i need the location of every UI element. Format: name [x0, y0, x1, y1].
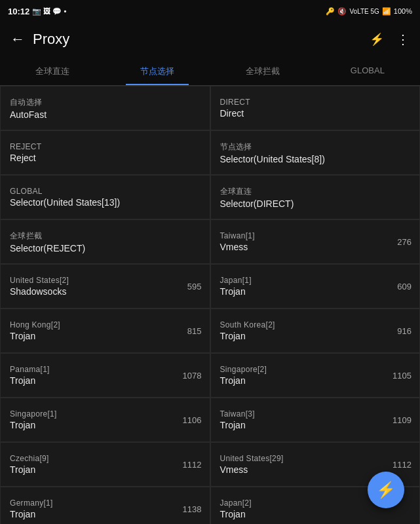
proxy-cell-type: Trojan [10, 375, 200, 386]
proxy-cell[interactable]: Taiwan[3]Trojan1109 [210, 398, 421, 442]
tab-global[interactable]: GLOBAL [315, 58, 420, 85]
more-menu-button[interactable]: ⋮ [391, 26, 415, 52]
proxy-cell[interactable]: Singapore[1]Trojan1106 [0, 398, 210, 442]
signal-text: VoLTE 5G [349, 8, 379, 15]
proxy-cell-type: Shadowsocks [10, 286, 200, 297]
proxy-cell-name: Germany[1] [10, 498, 200, 508]
proxy-cell-latency: 1105 [392, 371, 411, 381]
tab-global-block[interactable]: 全球拦截 [210, 58, 315, 85]
status-icons: 📷 🖼 💬 • [32, 7, 66, 16]
proxy-cell-latency: 609 [397, 282, 411, 291]
proxy-cell-latency: 595 [187, 282, 202, 291]
proxy-cell-type: Trojan [220, 331, 411, 341]
proxy-cell-type: Trojan [10, 420, 200, 430]
proxy-cell-name: Hong Kong[2] [10, 320, 200, 329]
battery-text: 100% [394, 7, 412, 15]
proxy-cell-latency: 276 [397, 237, 411, 247]
proxy-cell-latency: 1138 [183, 504, 202, 514]
proxy-cell-latency: 1106 [183, 415, 202, 425]
proxy-cell-type: Selector(United States[13]) [10, 197, 200, 208]
back-button[interactable]: ← [5, 26, 30, 53]
tab-bar: 全球直连 节点选择 全球拦截 GLOBAL [0, 58, 420, 86]
proxy-cell[interactable]: Germany[1]Trojan1138 [0, 487, 210, 524]
proxy-cell-name: GLOBAL [10, 187, 200, 196]
proxy-cell-name: 全球直连 [220, 186, 411, 197]
proxy-cell-name: Panama[1] [10, 365, 200, 374]
volume-icon: 🔇 [337, 7, 347, 16]
proxy-cell-name: Czechia[9] [10, 454, 200, 463]
proxy-cell-type: Vmess [220, 242, 411, 252]
proxy-cell-name: Singapore[2] [220, 365, 411, 374]
proxy-grid: 自动选择AutoFastDIRECTDirectREJECTReject节点选择… [0, 86, 420, 524]
proxy-cell-name: United States[2] [10, 276, 200, 285]
fab-button[interactable]: ⚡ [368, 472, 404, 508]
proxy-cell-type: Selector(United States[8]) [220, 154, 411, 164]
proxy-cell[interactable]: GLOBALSelector(United States[13]) [0, 175, 210, 219]
signal-bars-icon: 📶 [382, 7, 391, 16]
proxy-cell-name: 节点选择 [220, 141, 411, 153]
status-bar: 10:12 📷 🖼 💬 • 🔑 🔇 VoLTE 5G 📶 100% [0, 0, 420, 21]
proxy-cell-latency: 815 [187, 326, 202, 336]
proxy-cell[interactable]: Japan[1]Trojan609 [210, 264, 421, 309]
proxy-cell-type: Trojan [220, 375, 411, 386]
proxy-cell-type: Direct [220, 108, 411, 119]
proxy-cell-name: United States[29] [220, 454, 411, 463]
proxy-cell-latency: 1078 [183, 371, 202, 381]
lightning-button[interactable]: ⚡ [365, 28, 389, 51]
proxy-cell-type: Trojan [220, 509, 411, 519]
proxy-cell-name: 全球拦截 [10, 231, 200, 242]
proxy-cell-name: 自动选择 [10, 97, 200, 108]
proxy-cell[interactable]: 全球拦截Selector(REJECT) [0, 219, 210, 264]
proxy-cell[interactable]: United States[2]Shadowsocks595 [0, 264, 210, 309]
app-bar: ← Proxy ⚡ ⋮ [0, 21, 420, 58]
tab-node-select[interactable]: 节点选择 [105, 58, 210, 85]
tab-global-direct[interactable]: 全球直连 [0, 58, 105, 85]
proxy-cell-name: Singapore[1] [10, 409, 200, 419]
proxy-cell-type: Reject [10, 153, 200, 163]
proxy-cell[interactable]: South Korea[2]Trojan916 [210, 309, 421, 353]
proxy-cell-latency: 1109 [392, 415, 411, 425]
proxy-cell-name: South Korea[2] [220, 320, 411, 329]
proxy-cell-name: Taiwan[1] [220, 231, 411, 240]
status-time: 10:12 [8, 7, 29, 16]
proxy-cell[interactable]: Panama[1]Trojan1078 [0, 353, 210, 398]
proxy-cell[interactable]: Czechia[9]Trojan1112 [0, 442, 210, 487]
proxy-cell[interactable]: DIRECTDirect [210, 86, 421, 130]
proxy-cell-latency: 1112 [392, 460, 411, 470]
proxy-cell-latency: 916 [397, 326, 411, 336]
proxy-cell-type: Trojan [10, 464, 200, 475]
proxy-cell-latency: 1112 [183, 460, 202, 470]
proxy-cell-type: Trojan [10, 509, 200, 519]
proxy-cell-name: Japan[1] [220, 276, 411, 285]
key-icon: 🔑 [326, 7, 335, 16]
proxy-cell-type: Selector(REJECT) [10, 243, 200, 253]
proxy-cell-name: DIRECT [220, 98, 411, 107]
proxy-cell-type: Trojan [10, 331, 200, 341]
proxy-cell[interactable]: 自动选择AutoFast [0, 86, 210, 130]
proxy-cell[interactable]: Hong Kong[2]Trojan815 [0, 309, 210, 353]
proxy-cell-type: Selector(DIRECT) [220, 198, 411, 209]
app-bar-actions: ⚡ ⋮ [365, 26, 415, 52]
proxy-cell[interactable]: 节点选择Selector(United States[8]) [210, 130, 421, 175]
page-title: Proxy [33, 31, 365, 48]
proxy-cell[interactable]: Singapore[2]Trojan1105 [210, 353, 421, 398]
proxy-cell-name: REJECT [10, 142, 200, 151]
proxy-cell-type: AutoFast [10, 109, 200, 120]
proxy-cell-name: Taiwan[3] [220, 409, 411, 419]
proxy-cell[interactable]: 全球直连Selector(DIRECT) [210, 175, 421, 219]
proxy-cell-type: Trojan [220, 286, 411, 297]
proxy-cell[interactable]: Taiwan[1]Vmess276 [210, 219, 421, 264]
proxy-cell-type: Trojan [220, 420, 411, 430]
proxy-cell[interactable]: REJECTReject [0, 130, 210, 175]
